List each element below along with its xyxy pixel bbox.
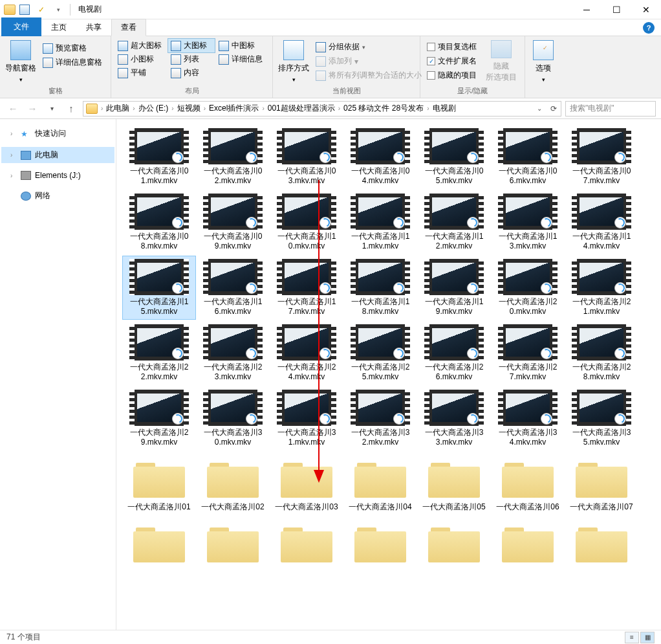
file-item[interactable]: 一代大商孟洛川23.mkv.mkv — [197, 322, 269, 384]
file-item[interactable]: 一代大商孟洛川18.mkv.mkv — [344, 256, 417, 319]
sort-button[interactable]: 排序方式▾ — [277, 39, 310, 84]
file-item[interactable]: 一代大商孟洛川35.mkv.mkv — [565, 387, 638, 450]
file-item[interactable]: 一代大商孟洛川26.mkv.mkv — [418, 322, 490, 384]
layout-sm[interactable]: 小图标 — [115, 52, 167, 66]
hidden-items-toggle[interactable]: 隐藏的项目 — [424, 69, 479, 82]
file-item[interactable]: 一代大商孟洛川16.mkv.mkv — [197, 256, 269, 319]
folder-item[interactable]: 一代大商孟洛川04 — [344, 452, 417, 515]
file-item[interactable]: 一代大商孟洛川19.mkv.mkv — [418, 256, 490, 319]
file-item[interactable]: 一代大商孟洛川13.mkv.mkv — [492, 191, 564, 254]
folder-item[interactable] — [270, 517, 343, 570]
layout-list[interactable]: 列表 — [168, 52, 215, 66]
crumb[interactable]: 001超级处理器演示 — [265, 103, 338, 114]
file-item[interactable]: 一代大商孟洛川03.mkv.mkv — [270, 126, 343, 188]
view-details-toggle[interactable]: ≡ — [625, 632, 639, 643]
file-item[interactable]: 一代大商孟洛川14.mkv.mkv — [565, 191, 638, 254]
qat-properties[interactable] — [17, 2, 32, 17]
folder-item[interactable]: 一代大商孟洛川03 — [270, 452, 343, 515]
file-item[interactable]: 一代大商孟洛川04.mkv.mkv — [344, 126, 417, 188]
details-pane-button[interactable]: 详细信息窗格 — [40, 56, 105, 69]
folder-item[interactable]: 一代大商孟洛川06 — [492, 452, 564, 515]
folder-item[interactable] — [418, 517, 490, 570]
file-item[interactable]: 一代大商孟洛川07.mkv.mkv — [565, 126, 638, 188]
dropdown-icon[interactable]: ⌄ — [532, 105, 547, 112]
file-view[interactable]: 一代大商孟洛川01.mkv.mkv一代大商孟洛川02.mkv.mkv一代大商孟洛… — [116, 119, 661, 630]
crumb[interactable]: 电视剧 — [430, 103, 459, 114]
preview-pane-button[interactable]: 预览窗格 — [40, 41, 105, 55]
file-item[interactable]: 一代大商孟洛川11.mkv.mkv — [344, 191, 417, 254]
file-item[interactable]: 一代大商孟洛川27.mkv.mkv — [492, 322, 564, 384]
file-item[interactable]: 一代大商孟洛川10.mkv.mkv — [270, 191, 343, 254]
crumb[interactable]: Excel插件演示 — [206, 103, 261, 114]
file-ext-toggle[interactable]: ✓文件扩展名 — [424, 54, 479, 68]
tree-this-pc[interactable]: ›此电脑 — [1, 147, 114, 163]
layout-md[interactable]: 中图标 — [216, 39, 263, 52]
tab-file[interactable]: 文件 — [1, 17, 41, 36]
layout-lg[interactable]: 大图标 — [168, 39, 215, 52]
up-button[interactable]: ↑ — [63, 101, 79, 117]
file-item[interactable]: 一代大商孟洛川22.mkv.mkv — [123, 322, 195, 384]
forward-button[interactable]: → — [25, 101, 40, 117]
group-by-button[interactable]: 分组依据 ▾ — [313, 40, 424, 54]
file-item[interactable]: 一代大商孟洛川28.mkv.mkv — [565, 322, 638, 384]
file-item[interactable]: 一代大商孟洛川32.mkv.mkv — [344, 387, 417, 450]
crumb[interactable]: 025 移动文件 28号发布 — [341, 103, 426, 114]
tree-quick-access[interactable]: ›★快速访问 — [1, 126, 114, 142]
layout-tiles[interactable]: 平铺 — [115, 66, 167, 80]
file-item[interactable]: 一代大商孟洛川12.mkv.mkv — [418, 191, 490, 254]
file-item[interactable]: 一代大商孟洛川05.mkv.mkv — [418, 126, 490, 188]
folder-item[interactable]: 一代大商孟洛川07 — [565, 452, 638, 515]
player-badge-icon — [246, 217, 257, 228]
minimize-button[interactable]: ─ — [572, 0, 601, 19]
item-checkboxes-toggle[interactable]: 项目复选框 — [424, 40, 479, 54]
file-item[interactable]: 一代大商孟洛川21.mkv.mkv — [565, 256, 638, 319]
crumb[interactable]: 办公 (E:) — [136, 103, 171, 114]
qat-new[interactable]: ✓ — [34, 2, 49, 17]
close-button[interactable]: ✕ — [631, 0, 661, 19]
file-item[interactable]: 一代大商孟洛川15.mkv.mkv — [123, 256, 195, 319]
layout-detail[interactable]: 详细信息 — [216, 52, 263, 66]
breadcrumb[interactable]: › 此电脑› 办公 (E:)› 短视频› Excel插件演示› 001超级处理器… — [83, 101, 561, 117]
back-button[interactable]: ← — [5, 101, 21, 117]
file-item[interactable]: 一代大商孟洛川17.mkv.mkv — [270, 256, 343, 319]
file-item[interactable]: 一代大商孟洛川33.mkv.mkv — [418, 387, 490, 450]
file-item[interactable]: 一代大商孟洛川01.mkv.mkv — [123, 126, 195, 188]
folder-item[interactable]: 一代大商孟洛川02 — [197, 452, 269, 515]
layout-content[interactable]: 内容 — [168, 66, 215, 80]
nav-pane-button[interactable]: 导航窗格 ▾ — [4, 39, 38, 84]
file-item[interactable]: 一代大商孟洛川06.mkv.mkv — [492, 126, 564, 188]
file-item[interactable]: 一代大商孟洛川30.mkv.mkv — [197, 387, 269, 450]
file-item[interactable]: 一代大商孟洛川34.mkv.mkv — [492, 387, 564, 450]
crumb[interactable]: 短视频 — [175, 103, 203, 114]
file-item[interactable]: 一代大商孟洛川31.mkv.mkv — [270, 387, 343, 450]
file-item[interactable]: 一代大商孟洛川25.mkv.mkv — [344, 322, 417, 384]
tree-elements[interactable]: ›Elements (J:) — [1, 168, 114, 183]
recent-button[interactable]: ▾ — [44, 101, 60, 117]
folder-item[interactable] — [565, 517, 638, 570]
crumb[interactable]: 此电脑 — [103, 103, 132, 114]
qat-dropdown[interactable]: ▾ — [50, 2, 66, 17]
file-item[interactable]: 一代大商孟洛川20.mkv.mkv — [492, 256, 564, 319]
maximize-button[interactable]: ☐ — [601, 0, 631, 19]
help-icon[interactable]: ? — [643, 22, 655, 34]
file-item[interactable]: 一代大商孟洛川08.mkv.mkv — [123, 191, 195, 254]
search-input[interactable]: 搜索"电视剧" — [565, 101, 656, 117]
folder-item[interactable]: 一代大商孟洛川01 — [123, 452, 195, 515]
tab-view[interactable]: 查看 — [111, 19, 146, 36]
folder-item[interactable] — [123, 517, 195, 570]
folder-item[interactable] — [197, 517, 269, 570]
folder-item[interactable] — [492, 517, 564, 570]
refresh-icon[interactable]: ⟳ — [547, 104, 561, 113]
layout-xl[interactable]: 超大图标 — [115, 39, 167, 52]
folder-item[interactable]: 一代大商孟洛川05 — [418, 452, 490, 515]
file-item[interactable]: 一代大商孟洛川02.mkv.mkv — [197, 126, 269, 188]
view-icons-toggle[interactable]: ▦ — [640, 632, 655, 643]
tab-share[interactable]: 共享 — [76, 19, 111, 36]
file-item[interactable]: 一代大商孟洛川29.mkv.mkv — [123, 387, 195, 450]
folder-item[interactable] — [344, 517, 417, 570]
file-item[interactable]: 一代大商孟洛川09.mkv.mkv — [197, 191, 269, 254]
tab-home[interactable]: 主页 — [41, 19, 76, 36]
file-item[interactable]: 一代大商孟洛川24.mkv.mkv — [270, 322, 343, 384]
tree-network[interactable]: 网络 — [1, 188, 114, 204]
options-button[interactable]: ✓ 选项▾ — [529, 39, 558, 84]
